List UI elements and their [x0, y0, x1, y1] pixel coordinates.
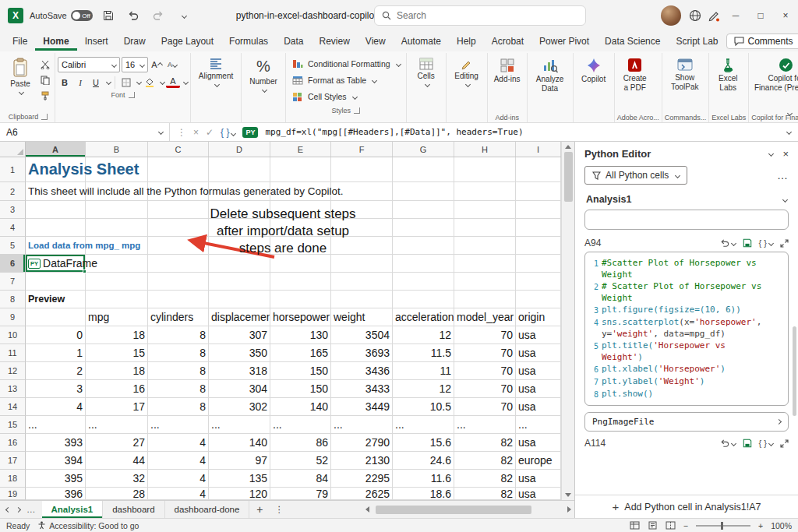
redo-button[interactable]: [149, 5, 168, 26]
code-line[interactable]: 1#Scatter Plot of Horsepower vs Weight: [589, 257, 784, 280]
cell-i15[interactable]: ...: [516, 416, 561, 434]
cell-e6[interactable]: [270, 255, 331, 273]
cell-h18[interactable]: 82: [454, 470, 516, 488]
cell-d7[interactable]: [209, 273, 270, 291]
fill-handle[interactable]: [83, 270, 87, 273]
cell-i1[interactable]: [516, 157, 561, 182]
cell-h15[interactable]: ...: [454, 416, 516, 434]
cell-h13[interactable]: 70: [454, 380, 516, 398]
cell-e18[interactable]: 84: [270, 470, 331, 488]
cell-d1[interactable]: [209, 157, 270, 182]
cell-i9[interactable]: origin: [516, 308, 561, 326]
all-sheets-icon[interactable]: …: [26, 505, 36, 514]
cut-button[interactable]: [38, 58, 52, 71]
cell-i18[interactable]: usa: [516, 470, 561, 488]
cell-a10[interactable]: 0: [26, 326, 86, 344]
column-header-f[interactable]: F: [331, 142, 393, 157]
ribbon-tab-formulas[interactable]: Formulas: [221, 33, 276, 51]
cell-b16[interactable]: 27: [86, 434, 148, 452]
cell-a13[interactable]: 3: [26, 380, 86, 398]
cell-styles-button[interactable]: Cell Styles: [288, 89, 404, 104]
ribbon-tab-acrobat[interactable]: Acrobat: [484, 33, 531, 51]
cell-expand-icon[interactable]: [780, 439, 789, 448]
cell-b8[interactable]: [86, 291, 148, 308]
cell-c1[interactable]: [148, 157, 209, 182]
cell-f10[interactable]: 3504: [331, 326, 393, 344]
cell-g6[interactable]: [393, 255, 454, 273]
cell-save-icon[interactable]: [743, 238, 752, 248]
scroll-down-icon[interactable]: [565, 493, 571, 497]
close-panel-icon[interactable]: ×: [782, 148, 789, 160]
new-sheet-button[interactable]: +: [249, 501, 270, 518]
save-button[interactable]: [99, 5, 118, 26]
presence-globe-icon[interactable]: [686, 5, 704, 26]
column-header-h[interactable]: H: [454, 142, 516, 157]
font-color-button[interactable]: A: [166, 77, 180, 88]
addins-button[interactable]: Add-ins: [490, 55, 524, 112]
row-header-3[interactable]: 3: [0, 201, 26, 219]
column-header-a[interactable]: A: [26, 142, 86, 157]
user-avatar[interactable]: [661, 5, 681, 26]
vertical-scrollbar[interactable]: [561, 142, 574, 500]
cell-a6[interactable]: PYDataFrame: [26, 255, 86, 273]
row-header-14[interactable]: 14: [0, 398, 26, 416]
cell-f18[interactable]: 2295: [331, 470, 393, 488]
cell-i10[interactable]: usa: [516, 326, 561, 344]
search-input[interactable]: [397, 10, 553, 21]
python-cell-a94-header[interactable]: A94 { }: [584, 238, 789, 248]
cell-a5[interactable]: Load data from mpg_ mpg: [26, 237, 86, 255]
ribbon-tab-help[interactable]: Help: [449, 33, 484, 51]
cell-d15[interactable]: ...: [209, 416, 270, 434]
zoom-slider-thumb[interactable]: [721, 522, 723, 530]
quick-access-menu-button[interactable]: [174, 5, 192, 26]
cell-b13[interactable]: 16: [86, 380, 148, 398]
cell-i14[interactable]: usa: [516, 398, 561, 416]
row-header-8[interactable]: 8: [0, 291, 26, 308]
confirm-entry-icon[interactable]: ✓: [206, 127, 214, 138]
cell-e15[interactable]: ...: [270, 416, 331, 434]
cell-d14[interactable]: 302: [209, 398, 270, 416]
cell-g1[interactable]: [393, 157, 454, 182]
ribbon-tab-data-science[interactable]: Data Science: [597, 33, 668, 51]
cell-f1[interactable]: [331, 157, 393, 182]
cell-d8[interactable]: [209, 291, 270, 308]
cell-d19[interactable]: 120: [209, 488, 270, 500]
vertical-scroll-thumb[interactable]: [564, 152, 573, 202]
cell-undo-icon[interactable]: [720, 239, 736, 248]
scroll-up-icon[interactable]: [565, 145, 571, 149]
copy-button[interactable]: [38, 73, 52, 86]
formula-input[interactable]: mpg_df=xl("mpg[[#Headers],[#Data]]", hea…: [265, 123, 778, 141]
cell-h9[interactable]: model_year: [454, 308, 516, 326]
zoom-slider[interactable]: [696, 525, 750, 527]
fill-color-button[interactable]: [143, 76, 157, 89]
cell-e13[interactable]: 150: [270, 380, 331, 398]
row-header-18[interactable]: 18: [0, 470, 26, 488]
cell-g19[interactable]: 18.6: [393, 488, 454, 500]
cell-f19[interactable]: 2625: [331, 488, 393, 500]
close-button[interactable]: ×: [773, 0, 798, 31]
cell-h7[interactable]: [454, 273, 516, 291]
cell-i6[interactable]: [516, 255, 561, 273]
excel-logo-icon[interactable]: X: [8, 8, 23, 23]
cell-f6[interactable]: [331, 255, 393, 273]
cell-b4[interactable]: [86, 219, 148, 237]
formula-bar-drag-handle[interactable]: ⋮: [177, 127, 186, 138]
cell-g3[interactable]: [393, 201, 454, 219]
cell-a11[interactable]: 1: [26, 344, 86, 362]
cell-save-icon[interactable]: [743, 439, 752, 448]
cell-f16[interactable]: 2790: [331, 434, 393, 452]
column-header-c[interactable]: C: [148, 142, 209, 157]
cell-a9[interactable]: [26, 308, 86, 326]
conditional-formatting-button[interactable]: Conditional Formatting: [288, 56, 404, 72]
cell-a17[interactable]: 394: [26, 452, 86, 470]
cell-b10[interactable]: 18: [86, 326, 148, 344]
cell-f7[interactable]: [331, 273, 393, 291]
row-header-4[interactable]: 4: [0, 219, 26, 237]
cell-i2[interactable]: [516, 182, 561, 201]
cell-e8[interactable]: [270, 291, 331, 308]
python-cells-filter[interactable]: All Python cells: [584, 166, 687, 185]
cell-a2[interactable]: This sheet will include all the Python f…: [26, 182, 86, 201]
row-header-17[interactable]: 17: [0, 452, 26, 470]
column-header-e[interactable]: E: [270, 142, 331, 157]
minimize-button[interactable]: ─: [723, 0, 748, 31]
